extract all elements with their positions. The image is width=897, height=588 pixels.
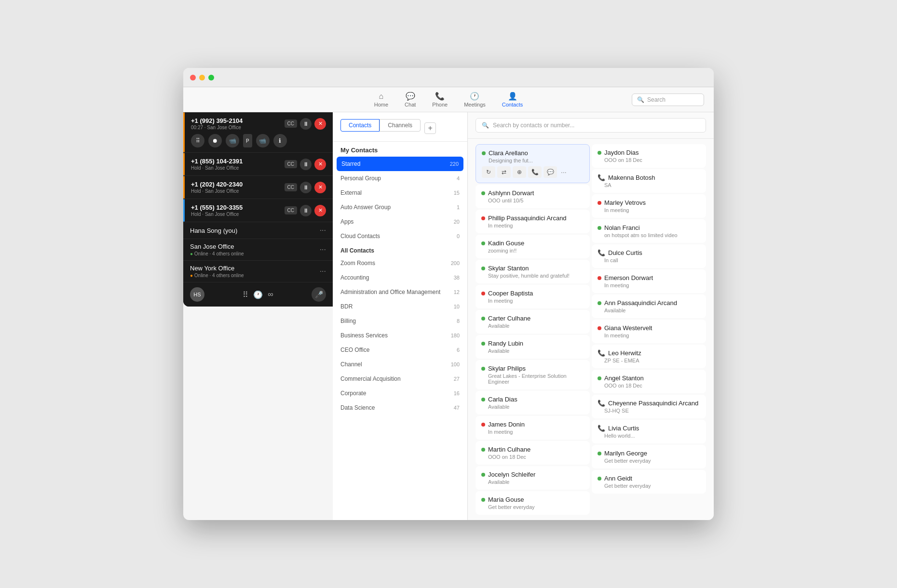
- group-bdr[interactable]: BDR 10: [333, 299, 467, 314]
- call-info-4: Hold · San Jose Office: [191, 212, 243, 217]
- mic-button[interactable]: 🎤: [312, 287, 326, 302]
- end-button-3[interactable]: ✕: [314, 182, 326, 193]
- contact-card-ann-p[interactable]: Ann Passaquindici Arcand Available: [592, 294, 706, 318]
- group-billing[interactable]: Billing 8: [333, 314, 467, 328]
- contact-card-angel[interactable]: Angel Stanton OOO on 18 Dec: [592, 370, 706, 393]
- contact-card-emerson[interactable]: Emerson Dorwart In meeting: [592, 269, 706, 293]
- nav-tab-meetings[interactable]: 🕐 Meetings: [456, 89, 493, 110]
- vm-icon[interactable]: ∞: [268, 290, 273, 299]
- contact-card-makenna[interactable]: 📞 Makenna Botosh SA: [592, 169, 706, 193]
- call-number-4: +1 (555) 120-3355: [191, 204, 243, 211]
- action-btn-call[interactable]: 📞: [528, 166, 542, 178]
- action-btn-transfer[interactable]: ⇄: [497, 166, 511, 178]
- contact-card-kadin[interactable]: Kadin Gouse zooming in!!: [476, 235, 590, 258]
- group-zoom-rooms[interactable]: Zoom Rooms 200: [333, 256, 467, 270]
- action-btn-add[interactable]: ⊕: [513, 166, 526, 178]
- dialpad-btn-1[interactable]: ⠿: [191, 134, 204, 147]
- group-corporate[interactable]: Corporate 16: [333, 386, 467, 401]
- group-accounting[interactable]: Accounting 38: [333, 270, 467, 285]
- group-cloud[interactable]: Cloud Contacts 0: [333, 229, 467, 243]
- contact-card-giana[interactable]: Giana Westervelt In meeting: [592, 320, 706, 343]
- record-btn-1[interactable]: ⏺: [208, 134, 222, 147]
- group-admin[interactable]: Administration and Office Management 12: [333, 285, 467, 299]
- action-btn-refresh[interactable]: ↻: [482, 166, 495, 178]
- channels-tab[interactable]: Channels: [380, 119, 421, 132]
- call-item-2: +1 (855) 104-2391 Hold · San Jose Office…: [183, 153, 333, 176]
- pause-button-1[interactable]: ⏸: [300, 118, 312, 130]
- contact-status: Get better everyday: [604, 483, 700, 489]
- video-btn-1[interactable]: 📹: [226, 134, 239, 147]
- contact-card-ann-geidt[interactable]: Ann Geidt Get better everyday: [592, 470, 706, 494]
- end-button-4[interactable]: ✕: [314, 205, 326, 216]
- contact-card-skylar-stanton[interactable]: Skylar Stanton Stay positive, humble and…: [476, 260, 590, 283]
- group-personal[interactable]: Personal Group 4: [333, 171, 467, 186]
- pause-button-4[interactable]: ⏸: [300, 205, 312, 216]
- contact-card-jaydon[interactable]: Jaydon Dias OOO on 18 Dec: [592, 144, 706, 168]
- close-button[interactable]: [190, 75, 196, 80]
- nav-tab-contacts[interactable]: 👤 Contacts: [494, 89, 530, 110]
- nav-tab-home[interactable]: ⌂ Home: [367, 89, 396, 110]
- cc-button-4[interactable]: CC: [285, 206, 297, 214]
- group-auto-answer[interactable]: Auto Answer Group 1: [333, 200, 467, 214]
- nav-tab-phone[interactable]: 📞 Phone: [424, 89, 455, 110]
- contact-card-skylar-philips[interactable]: Skylar Philips Great Lakes - Enterprise …: [476, 360, 590, 389]
- more-btn-1[interactable]: 📹: [256, 134, 270, 147]
- park-btn-1[interactable]: P: [243, 134, 252, 147]
- office-menu-btn-2[interactable]: ···: [320, 267, 326, 276]
- phone-status-icon: 📞: [598, 425, 605, 432]
- add-contact-button[interactable]: +: [424, 122, 436, 134]
- status-dot: [481, 423, 485, 427]
- maximize-button[interactable]: [208, 75, 214, 80]
- contact-card-randy[interactable]: Randy Lubin Available: [476, 335, 590, 359]
- contact-status: Available: [604, 307, 700, 313]
- contact-card-marley[interactable]: Marley Vetrovs In meeting: [592, 194, 706, 218]
- cc-button-2[interactable]: CC: [285, 160, 297, 168]
- contact-card-james[interactable]: James Donin In meeting: [476, 416, 590, 440]
- history-icon[interactable]: 🕐: [253, 290, 263, 299]
- pause-button-2[interactable]: ⏸: [300, 159, 312, 170]
- group-external[interactable]: External 15: [333, 186, 467, 200]
- cc-button-1[interactable]: CC: [285, 120, 297, 128]
- contact-card-nolan[interactable]: Nolan Franci on hotspot atm so limited v…: [592, 219, 706, 243]
- search-box[interactable]: 🔍 Search: [632, 94, 704, 106]
- contact-card-ashlynn[interactable]: Ashlynn Dorwart OOO until 10/5: [476, 185, 590, 208]
- group-business-services[interactable]: Business Services 180: [333, 328, 467, 343]
- group-ceo[interactable]: CEO Office 6: [333, 343, 467, 357]
- pause-button-3[interactable]: ⏸: [300, 182, 312, 193]
- contact-card-cooper[interactable]: Cooper Baptista In meeting: [476, 285, 590, 308]
- person-menu-btn[interactable]: ···: [320, 226, 326, 235]
- contact-card-cheyenne[interactable]: 📞 Cheyenne Passaquindici Arcand SJ-HQ SE: [592, 395, 706, 418]
- cc-button-3[interactable]: CC: [285, 183, 297, 191]
- contact-card-carla[interactable]: Carla Dias Available: [476, 391, 590, 414]
- office-menu-btn-1[interactable]: ···: [320, 245, 326, 254]
- group-starred[interactable]: Starred 220: [337, 157, 463, 171]
- contact-name: Marilyn George: [604, 450, 647, 457]
- contact-search-box[interactable]: 🔍 Search by contacts or number...: [476, 118, 706, 133]
- contact-name: Ann Geidt: [604, 475, 632, 482]
- info-btn-1[interactable]: ℹ: [273, 134, 287, 147]
- group-apps[interactable]: Apps 20: [333, 214, 467, 229]
- group-channel[interactable]: Channel 100: [333, 357, 467, 372]
- contact-card-clara[interactable]: Clara Arellano Designing the fut... ↻ ⇄ …: [476, 144, 590, 183]
- contact-card-jocelyn[interactable]: Jocelyn Schleifer Available: [476, 466, 590, 490]
- contact-status: Hello world...: [604, 433, 700, 439]
- contacts-tab[interactable]: Contacts: [340, 119, 380, 132]
- action-btn-chat[interactable]: 💬: [544, 166, 557, 178]
- action-btn-more[interactable]: ···: [559, 166, 569, 178]
- contact-card-maria[interactable]: Maria Gouse Get better everyday: [476, 491, 590, 515]
- nav-tab-chat[interactable]: 💬 Chat: [397, 89, 423, 110]
- contact-card-livia[interactable]: 📞 Livia Curtis Hello world...: [592, 420, 706, 443]
- dialpad-icon[interactable]: ⠿: [243, 290, 248, 299]
- contact-card-carter[interactable]: Carter Culhane Available: [476, 310, 590, 334]
- group-commercial[interactable]: Commercial Acquisition 27: [333, 372, 467, 386]
- contact-card-marilyn[interactable]: Marilyn George Get better everyday: [592, 445, 706, 468]
- end-button-2[interactable]: ✕: [314, 159, 326, 170]
- group-data-science[interactable]: Data Science 47: [333, 401, 467, 415]
- contact-card-leo[interactable]: 📞 Leo Herwitz ZP SE - EMEA: [592, 345, 706, 368]
- contact-card-dulce[interactable]: 📞 Dulce Curtis In call: [592, 244, 706, 268]
- contact-card-martin[interactable]: Martin Culhane OOO on 18 Dec: [476, 441, 590, 465]
- contact-card-phillip[interactable]: Phillip Passaquindici Arcand In meeting: [476, 210, 590, 233]
- minimize-button[interactable]: [199, 75, 205, 80]
- end-button-1[interactable]: ✕: [314, 118, 326, 130]
- contacts-column-left: Clara Arellano Designing the fut... ↻ ⇄ …: [476, 143, 590, 516]
